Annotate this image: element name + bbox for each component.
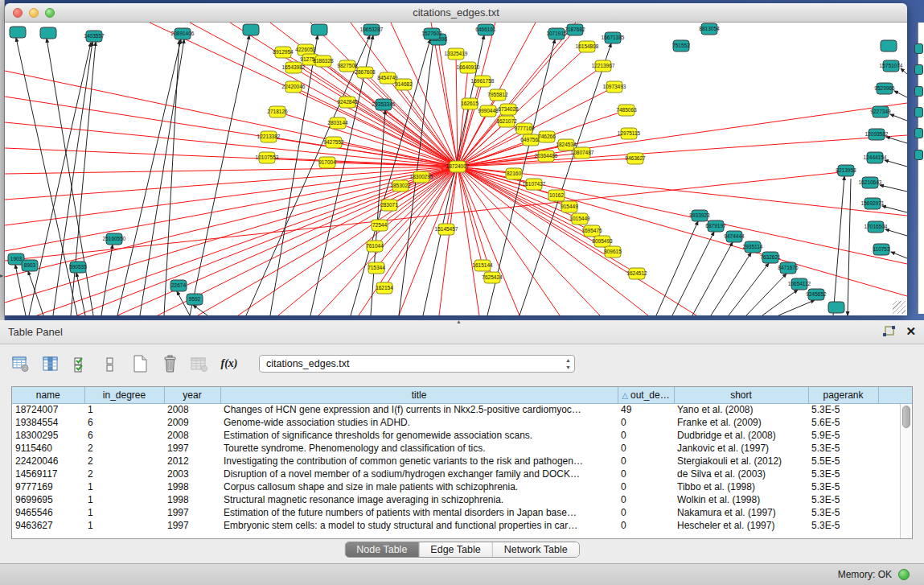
black-edge[interactable] — [894, 91, 907, 97]
network-node[interactable]: 10162 — [548, 190, 565, 201]
network-node[interactable]: 1615144 — [472, 260, 493, 271]
network-node[interactable]: 9592 — [187, 294, 203, 305]
network-node[interactable] — [243, 24, 259, 35]
black-edge[interactable] — [880, 185, 907, 192]
row-options-icon[interactable] — [101, 354, 120, 373]
network-node[interactable]: 15692971 — [861, 198, 885, 209]
column-header-title[interactable]: title — [220, 387, 618, 403]
float-panel-icon[interactable] — [881, 325, 896, 339]
table-row[interactable]: 1872400712008Changes of HCN gene express… — [12, 403, 913, 416]
network-node[interactable]: 12093582 — [865, 129, 889, 140]
column-header-in_degree[interactable]: in_degree — [84, 387, 164, 403]
black-edge[interactable] — [270, 35, 318, 315]
network-node[interactable]: 16107427 — [523, 179, 546, 190]
network-node[interactable]: 13325419 — [445, 48, 468, 60]
select-columns-icon[interactable] — [71, 354, 90, 373]
table-scrollbar[interactable] — [900, 404, 912, 538]
network-node[interactable]: 15751074 — [880, 60, 903, 72]
network-node[interactable]: 8213958 — [836, 165, 856, 176]
black-edge[interactable] — [729, 263, 769, 315]
network-node[interactable]: 12213967 — [592, 60, 615, 72]
network-canvas[interactable]: 8912954422605391275081654398281863289827… — [5, 23, 907, 315]
network-node[interactable]: 1624512 — [626, 268, 647, 279]
network-window-titlebar[interactable]: citations_edges.txt — [5, 3, 907, 23]
network-node[interactable]: 914682 — [395, 79, 413, 90]
tab-node-table[interactable]: Node Table — [345, 542, 419, 557]
table-row[interactable]: 911546021997Tourette syndrome. Phenomeno… — [12, 442, 913, 455]
network-node[interactable]: 9463627 — [625, 153, 646, 164]
black-edge[interactable] — [692, 242, 733, 315]
column-header-name[interactable]: name — [12, 387, 84, 403]
network-node[interactable]: 7632621 — [760, 252, 781, 263]
red-edge[interactable] — [5, 167, 458, 174]
network-node[interactable]: 72544 — [372, 220, 388, 231]
table-row[interactable]: 2242004622012Investigating the contribut… — [12, 455, 913, 468]
network-node[interactable]: 8186328 — [313, 56, 334, 67]
black-edge[interactable] — [711, 253, 751, 315]
network-node[interactable]: 2187682 — [565, 24, 585, 35]
function-builder-icon[interactable]: f(x) — [220, 354, 239, 373]
table-mode-icon[interactable] — [11, 354, 31, 373]
network-node[interactable]: 25160550 — [103, 233, 126, 245]
black-edge[interactable] — [672, 232, 714, 315]
black-edge[interactable] — [190, 35, 249, 315]
network-node[interactable]: 8471676 — [778, 262, 799, 274]
close-panel-icon[interactable]: ✕ — [906, 324, 916, 339]
network-node[interactable]: 7485063 — [616, 105, 637, 116]
column-header-year[interactable]: year — [164, 387, 220, 403]
black-edge[interactable] — [885, 160, 907, 167]
network-node[interactable]: 1015449 — [569, 213, 590, 225]
network-node[interactable]: 761044 — [366, 241, 384, 252]
network-node[interactable]: 9990448 — [478, 105, 499, 117]
network-node[interactable]: 16671385 — [602, 32, 625, 43]
black-edge[interactable] — [246, 35, 370, 315]
table-scrollbar-thumb[interactable] — [902, 406, 910, 428]
network-node[interactable]: 6466161 — [475, 24, 496, 35]
black-edge[interactable] — [901, 68, 907, 74]
red-edge[interactable] — [190, 23, 458, 167]
network-node[interactable]: 15145457 — [435, 224, 458, 235]
network-node[interactable] — [881, 40, 897, 51]
red-edge[interactable] — [458, 81, 483, 167]
network-node[interactable]: 162154 — [376, 282, 393, 294]
network-node[interactable]: 9777169 — [514, 123, 535, 134]
network-node[interactable]: 10807487 — [571, 147, 594, 159]
network-node[interactable]: 17016504 — [864, 221, 888, 233]
delete-columns-icon[interactable] — [160, 354, 179, 373]
panel-splitter-handle[interactable]: ▲ — [456, 319, 462, 324]
tab-network-table[interactable]: Network Table — [493, 542, 579, 557]
network-node[interactable]: 2935114 — [743, 241, 763, 253]
network-node[interactable]: 9242845 — [337, 97, 358, 108]
network-node[interactable]: 8813054 — [699, 23, 720, 35]
red-edge[interactable] — [5, 122, 458, 167]
network-node[interactable]: 9529966 — [874, 83, 895, 94]
network-node[interactable]: 915449 — [561, 201, 578, 212]
network-node[interactable]: 746266 — [538, 131, 556, 142]
network-node[interactable]: 20891406 — [171, 28, 195, 39]
delete-table-icon[interactable] — [190, 354, 209, 373]
network-node[interactable]: 590535 — [69, 262, 87, 273]
network-node[interactable]: 2867608 — [355, 67, 376, 78]
table-row[interactable]: 1938455462009Genome-wide association stu… — [12, 416, 913, 429]
network-node[interactable]: 6879197 — [705, 220, 726, 232]
network-node[interactable]: 162615 — [461, 98, 478, 109]
network-node[interactable]: 110753 — [873, 244, 890, 255]
create-column-icon[interactable] — [130, 354, 150, 373]
network-node[interactable]: 715344 — [368, 262, 385, 274]
network-node[interactable]: 6734028 — [498, 104, 519, 115]
network-node[interactable]: 18300295 — [410, 171, 433, 183]
table-select-dropdown[interactable]: citations_edges.txt ▲▼ — [259, 355, 575, 373]
column-header-short[interactable]: short — [674, 387, 808, 403]
network-node[interactable]: 2718126 — [267, 106, 288, 117]
network-node[interactable]: 9227349 — [870, 106, 891, 117]
red-edge[interactable] — [458, 167, 648, 315]
network-node[interactable]: 809615 — [604, 246, 622, 257]
network-node[interactable]: 12975115 — [618, 128, 641, 139]
network-node[interactable]: 1527602 — [421, 28, 442, 39]
network-node[interactable]: 1824534 — [556, 139, 577, 150]
network-node[interactable]: 7625424 — [482, 272, 503, 283]
network-node[interactable]: 9474444 — [724, 231, 745, 242]
window-resize-grip[interactable] — [893, 301, 906, 314]
panel-expand-arrow-icon[interactable]: ▸ — [0, 272, 3, 279]
network-node[interactable]: 1853022 — [390, 180, 411, 192]
